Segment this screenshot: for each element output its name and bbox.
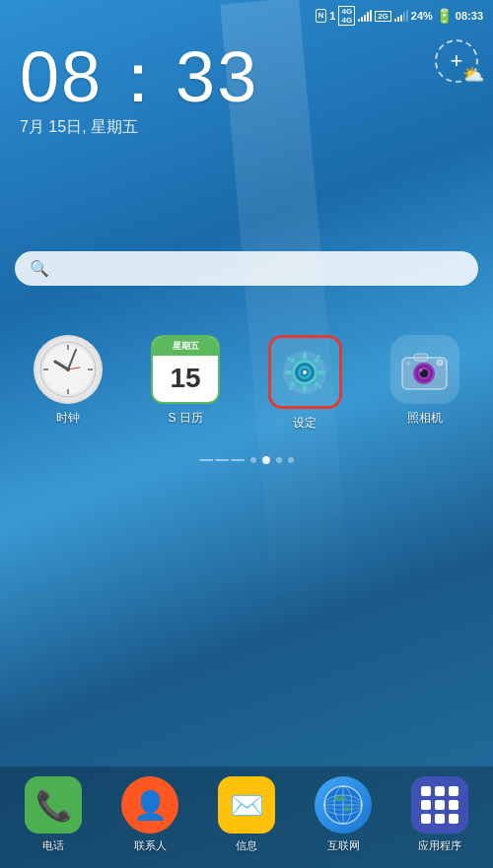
svg-rect-19 xyxy=(287,370,292,374)
app-item-clock[interactable]: 时钟 xyxy=(34,335,103,432)
contacts-app-label: 联系人 xyxy=(134,838,167,853)
app-grid: 时钟 星期五 15 S 日历 xyxy=(0,305,493,441)
dot-line-3 xyxy=(231,459,245,461)
browser-app-label: 互联网 xyxy=(327,838,360,853)
calendar-app-label: S 日历 xyxy=(168,410,202,427)
weather-add-icon: + xyxy=(451,50,463,72)
gear-svg xyxy=(280,348,329,397)
phone-app-label: 电话 xyxy=(42,838,64,853)
page-dot-4[interactable] xyxy=(288,457,294,463)
battery-percent: 24% xyxy=(411,10,433,22)
clock-area: 08：33 7月 15日, 星期五 xyxy=(0,32,493,143)
page-dots xyxy=(0,456,493,464)
dock-item-apps[interactable]: 应用程序 xyxy=(411,776,468,853)
network-4g: 4G4G xyxy=(338,6,355,26)
camera-app-icon xyxy=(390,335,459,404)
page-dot-2[interactable] xyxy=(262,456,270,464)
messages-app-icon: ✉️ xyxy=(218,776,275,834)
battery-icon: 🔋 xyxy=(436,8,453,24)
messages-app-label: 信息 xyxy=(236,838,257,853)
camera-svg xyxy=(397,343,452,397)
dock-item-phone[interactable]: 📞 电话 xyxy=(25,776,82,853)
date-display: 7月 15日, 星期五 xyxy=(20,117,473,138)
search-container: 🔍 xyxy=(15,251,478,286)
settings-app-label: 设定 xyxy=(293,415,317,432)
svg-point-9 xyxy=(66,367,70,371)
clock-face-svg xyxy=(38,340,98,399)
apps-app-label: 应用程序 xyxy=(418,838,461,853)
svg-rect-20 xyxy=(317,370,322,374)
sim-icon: 1 xyxy=(329,10,335,22)
clock-app-label: 时钟 xyxy=(56,410,80,427)
status-bar: N 1 4G4G 2G 24% 🔋 08:33 xyxy=(0,0,493,32)
dock-item-contacts[interactable]: 👤 联系人 xyxy=(121,776,178,853)
contacts-app-icon: 👤 xyxy=(121,776,178,834)
weather-widget[interactable]: + ⛅ xyxy=(435,39,478,83)
globe-svg xyxy=(323,785,363,825)
clock-app-icon xyxy=(34,335,103,404)
app-item-camera[interactable]: 照相机 xyxy=(390,335,459,432)
svg-point-15 xyxy=(303,370,307,374)
browser-app-icon xyxy=(315,776,372,834)
apps-app-icon xyxy=(411,776,468,834)
calendar-header: 星期五 xyxy=(153,337,218,356)
camera-app-label: 照相机 xyxy=(407,410,443,427)
dot-line-2 xyxy=(215,459,229,461)
nfc-icon: N xyxy=(316,9,327,23)
svg-point-32 xyxy=(437,360,443,366)
weather-cloud-icon: ⛅ xyxy=(462,64,484,86)
page-dot-3[interactable] xyxy=(276,457,282,463)
dock-grid: 📞 电话 👤 联系人 ✉️ 信息 xyxy=(5,776,488,853)
page-dot-1[interactable] xyxy=(250,457,256,463)
contacts-icon: 👤 xyxy=(133,789,168,822)
svg-point-33 xyxy=(406,362,410,366)
svg-rect-26 xyxy=(414,354,428,361)
signal-bars-1 xyxy=(358,10,372,22)
svg-rect-17 xyxy=(303,355,307,360)
dock-item-browser[interactable]: 互联网 xyxy=(315,776,372,853)
calendar-app-icon: 星期五 15 xyxy=(151,335,220,404)
status-icons: N 1 4G4G 2G 24% 🔋 08:33 xyxy=(316,6,483,26)
search-bar[interactable]: 🔍 xyxy=(15,251,478,286)
search-icon: 🔍 xyxy=(30,259,49,278)
phone-icon: 📞 xyxy=(35,788,72,823)
phone-app-icon: 📞 xyxy=(25,776,82,834)
weather-icon-circle: + ⛅ xyxy=(435,39,478,83)
apps-grid xyxy=(413,778,466,832)
messages-icon: ✉️ xyxy=(230,789,264,822)
main-clock-display: 08：33 xyxy=(20,41,473,112)
svg-point-31 xyxy=(420,368,423,371)
page-dots-lines xyxy=(199,459,245,461)
signal-bars-2 xyxy=(394,10,408,22)
bottom-dock: 📞 电话 👤 联系人 ✉️ 信息 xyxy=(0,767,493,868)
calendar-date: 15 xyxy=(171,364,201,394)
status-time: 08:33 xyxy=(456,10,483,22)
dock-item-messages[interactable]: ✉️ 信息 xyxy=(218,776,275,853)
dot-line-1 xyxy=(199,459,213,461)
svg-rect-18 xyxy=(303,385,307,390)
settings-app-icon xyxy=(268,335,342,409)
network-2g: 2G xyxy=(375,11,391,22)
app-item-calendar[interactable]: 星期五 15 S 日历 xyxy=(151,335,220,432)
app-item-settings[interactable]: 设定 xyxy=(268,335,342,432)
